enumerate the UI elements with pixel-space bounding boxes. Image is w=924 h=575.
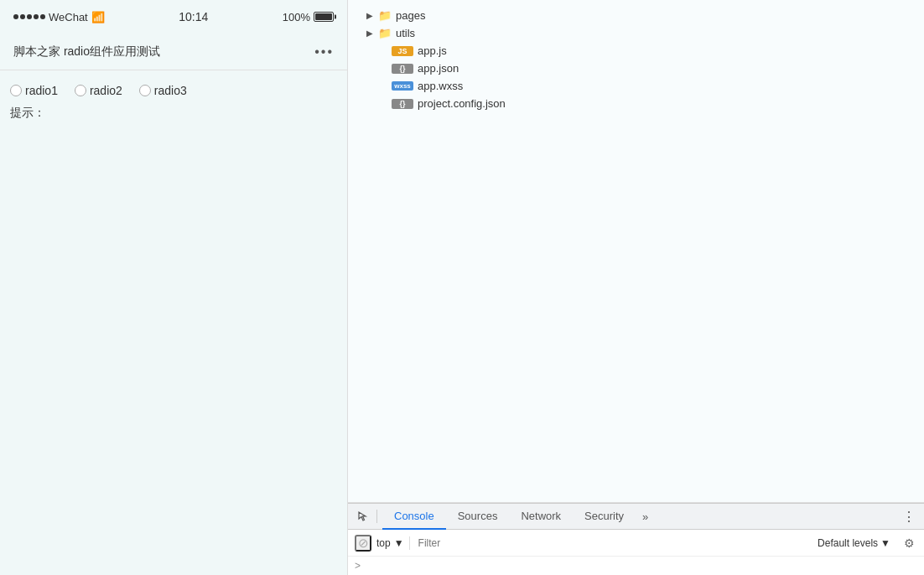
arrow-utils: ▶ [365, 28, 375, 39]
status-left: WeChat 📶 [13, 11, 105, 23]
console-settings-button[interactable]: ⚙ [901, 535, 917, 552]
folder-icon-utils: 📁 [378, 27, 392, 39]
three-dots-menu-button[interactable]: ⋮ [897, 505, 921, 528]
signal-dot-4 [34, 14, 39, 19]
signal-dot-3 [27, 14, 32, 19]
tab-sources[interactable]: Sources [446, 503, 510, 530]
badge-json-2: {} [392, 99, 413, 109]
console-prompt-arrow: > [355, 560, 361, 572]
tab-list: Console Sources Network Security » [382, 504, 655, 529]
file-tree: ▶ 📁 pages ▶ 📁 utils ▶ JS app.js ▶ {} app… [348, 0, 924, 503]
battery-icon [314, 12, 334, 22]
badge-js: JS [392, 46, 413, 56]
radio-item-1[interactable]: radio1 [10, 84, 58, 97]
signal-dots [13, 14, 45, 19]
radio-group: radio1 radio2 radio3 [10, 84, 337, 97]
radio-label-1: radio1 [25, 84, 58, 97]
menu-dots-icon[interactable]: ••• [314, 44, 334, 60]
wifi-icon: 📶 [91, 11, 105, 23]
default-levels-label: Default levels [818, 537, 878, 549]
badge-wxss: wxss [392, 81, 413, 91]
signal-dot-5 [40, 14, 45, 19]
toolbar-right: ⋮ [897, 505, 921, 528]
phone-panel: WeChat 📶 10:14 100% 脚本之家 radio组件应用测试 •••… [0, 0, 348, 575]
phone-content: radio1 radio2 radio3 提示： [0, 70, 347, 575]
file-appwxss-label: app.wxss [418, 80, 463, 92]
devtools-panel: ▶ 📁 pages ▶ 📁 utils ▶ JS app.js ▶ {} app… [348, 0, 924, 575]
inspect-icon-button[interactable] [351, 505, 375, 528]
tab-console[interactable]: Console [382, 503, 446, 530]
tab-sources-label: Sources [458, 510, 498, 522]
context-label: top [376, 537, 391, 549]
battery-percent: 100% [283, 11, 310, 23]
clock-display: 10:14 [179, 10, 208, 23]
folder-utils[interactable]: ▶ 📁 utils [348, 24, 924, 42]
tab-more-button[interactable]: » [636, 503, 655, 530]
arrow-pages: ▶ [365, 11, 375, 21]
phone-topbar: 脚本之家 radio组件应用测试 ••• [0, 34, 347, 70]
radio-circle-2[interactable] [75, 85, 86, 96]
context-dropdown[interactable]: top ▼ [376, 537, 404, 549]
file-app-js[interactable]: ▶ JS app.js [348, 42, 924, 60]
signal-dot-1 [13, 14, 18, 19]
badge-json-1: {} [392, 64, 413, 74]
battery-bar [314, 12, 334, 22]
battery-fill [315, 13, 332, 20]
tab-security[interactable]: Security [573, 503, 636, 530]
filter-input[interactable] [415, 536, 807, 551]
file-projectconfig-label: project.config.json [418, 97, 506, 110]
file-appjs-label: app.js [418, 44, 447, 57]
folder-pages-label: pages [396, 9, 425, 22]
radio-label-3: radio3 [154, 84, 187, 97]
tab-separator-1 [376, 510, 377, 523]
cursor-inspect-icon [357, 510, 369, 522]
page-title: 脚本之家 radio组件应用测试 [13, 44, 160, 60]
phone-status-bar: WeChat 📶 10:14 100% [0, 0, 347, 34]
no-entry-icon: ⊘ [358, 536, 369, 551]
filter-divider [409, 536, 410, 550]
tab-console-label: Console [394, 510, 434, 522]
file-app-wxss[interactable]: ▶ wxss app.wxss [348, 77, 924, 95]
status-right: 100% [283, 11, 334, 23]
default-levels-arrow-icon: ▼ [880, 537, 890, 549]
radio-circle-1[interactable] [10, 85, 22, 96]
radio-item-2[interactable]: radio2 [75, 84, 122, 97]
folder-utils-label: utils [396, 27, 415, 39]
tab-security-label: Security [584, 510, 624, 522]
file-project-config[interactable]: ▶ {} project.config.json [348, 95, 924, 112]
devtools-toolbar: Console Sources Network Security » ⋮ [348, 503, 924, 530]
radio-circle-3[interactable] [139, 85, 151, 96]
file-app-json[interactable]: ▶ {} app.json [348, 60, 924, 77]
radio-label-2: radio2 [90, 84, 122, 97]
carrier-label: WeChat [49, 11, 88, 23]
console-prompt-line: > [348, 557, 924, 575]
hint-label: 提示： [10, 106, 337, 121]
folder-pages[interactable]: ▶ 📁 pages [348, 7, 924, 24]
gear-icon: ⚙ [904, 536, 915, 550]
clear-console-button[interactable]: ⊘ [355, 535, 371, 552]
file-appjson-label: app.json [418, 62, 459, 75]
console-filter-bar: ⊘ top ▼ Default levels ▼ ⚙ [348, 530, 924, 557]
folder-icon-pages: 📁 [378, 9, 392, 22]
default-levels-button[interactable]: Default levels ▼ [812, 536, 895, 551]
tab-network-label: Network [521, 510, 561, 522]
context-arrow-icon: ▼ [394, 537, 404, 549]
tab-network[interactable]: Network [509, 503, 573, 530]
signal-dot-2 [20, 14, 25, 19]
radio-item-3[interactable]: radio3 [139, 84, 187, 97]
